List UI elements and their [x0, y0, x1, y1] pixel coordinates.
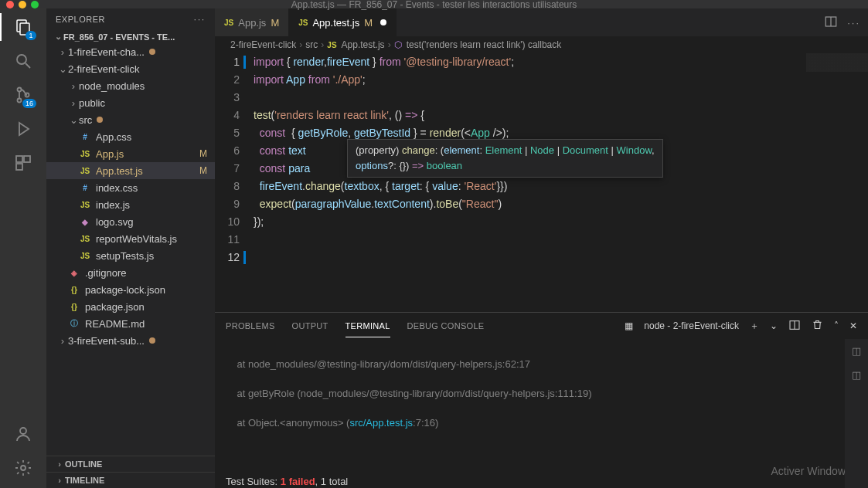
close-icon[interactable]	[6, 1, 14, 8]
close-panel-icon[interactable]: ✕	[849, 320, 857, 331]
cube-icon[interactable]: ◫	[852, 344, 861, 358]
terminal-task-icon: ▦	[625, 320, 633, 331]
chevron-up-icon[interactable]: ˄	[834, 320, 839, 331]
breadcrumb-item[interactable]: App.test.js	[342, 39, 385, 50]
tree-item[interactable]: JSsetupTests.js	[46, 247, 215, 264]
panel-tab[interactable]: TERMINAL	[345, 315, 390, 337]
svg-rect-8	[16, 156, 22, 162]
trash-icon[interactable]	[812, 319, 823, 333]
project-header[interactable]: ⌄FR_856_07 - EVENTS - TE...	[46, 30, 215, 43]
panel-tab[interactable]: PROBLEMS	[226, 315, 275, 337]
breadcrumb[interactable]: 2-fireEvent-click›src›JSApp.test.js›⬡tes…	[215, 36, 868, 53]
search-icon[interactable]	[12, 50, 34, 72]
svg-point-2	[17, 55, 26, 64]
editor-tab[interactable]: JSApp.test.jsM	[289, 8, 397, 36]
tree-item[interactable]: ⌄src	[46, 111, 215, 128]
tree-item[interactable]: ◆logo.svg	[46, 213, 215, 230]
svg-point-5	[18, 99, 22, 103]
svg-rect-9	[24, 156, 30, 162]
svg-point-11	[20, 428, 26, 434]
outline-header[interactable]: ›OUTLINE	[46, 456, 215, 472]
breadcrumb-item[interactable]: 2-fireEvent-click	[230, 39, 296, 50]
code-editor[interactable]: 123456789101112 (property) change: (elem…	[215, 53, 868, 312]
title-text: App.test.js — FR_856_07 - Events - teste…	[291, 0, 577, 10]
tree-item[interactable]: ›1-fireEvent-cha...	[46, 43, 215, 60]
hover-tooltip: (property) change: (element: Element | N…	[347, 139, 663, 178]
tree-item[interactable]: JSApp.jsM	[46, 145, 215, 162]
sidebar-title: EXPLORER	[56, 15, 105, 24]
tree-item[interactable]: ›node_modules	[46, 77, 215, 94]
debug-icon[interactable]	[12, 118, 34, 140]
editor-area: JSApp.jsMJSApp.test.jsM ··· 2-fireEvent-…	[215, 8, 868, 488]
tab-bar: JSApp.jsMJSApp.test.jsM ···	[215, 8, 868, 36]
explorer-badge: 1	[26, 31, 36, 40]
activity-bar: 1 16	[0, 8, 46, 488]
new-terminal-icon[interactable]: ＋	[750, 320, 759, 333]
editor-tab[interactable]: JSApp.jsM	[215, 8, 289, 36]
watermark: Activer Windows	[771, 464, 851, 479]
split-terminal-icon[interactable]	[788, 319, 801, 334]
tree-item[interactable]: {}package.json	[46, 298, 215, 315]
window-controls[interactable]	[6, 1, 39, 8]
breadcrumb-item[interactable]: test('renders learn react link') callbac…	[407, 39, 562, 50]
tree-item[interactable]: ⌄2-fireEvent-click	[46, 60, 215, 77]
timeline-header[interactable]: ›TIMELINE	[46, 472, 215, 488]
tree-item[interactable]: ⓘREADME.md	[46, 315, 215, 332]
terminal-output[interactable]: at node_modules/@testing-library/dom/dis…	[215, 339, 868, 488]
tree-item[interactable]: ›3-fireEvent-sub...	[46, 332, 215, 349]
cube-icon[interactable]: ◫	[852, 368, 861, 382]
svg-marker-7	[19, 123, 29, 135]
panel-tab[interactable]: DEBUG CONSOLE	[407, 315, 485, 337]
source-control-icon[interactable]: 16	[12, 84, 34, 106]
extensions-icon[interactable]	[12, 152, 34, 174]
tree-item[interactable]: ›public	[46, 94, 215, 111]
maximize-icon[interactable]	[31, 1, 39, 8]
svg-line-3	[26, 63, 30, 68]
gear-icon[interactable]	[12, 457, 34, 479]
tree-item[interactable]: #index.css	[46, 179, 215, 196]
tree-item[interactable]: JSindex.js	[46, 196, 215, 213]
tree-item[interactable]: {}package-lock.json	[46, 281, 215, 298]
tree-item[interactable]: JSreportWebVitals.js	[46, 230, 215, 247]
minimize-icon[interactable]	[19, 1, 26, 8]
explorer-icon[interactable]: 1	[12, 16, 34, 38]
svg-point-12	[21, 466, 26, 470]
tree-item[interactable]: JSApp.test.jsM	[46, 162, 215, 179]
panel-tab[interactable]: OUTPUT	[292, 315, 328, 337]
terminal-task[interactable]: node - 2-fireEvent-click	[644, 320, 739, 331]
svg-rect-10	[16, 164, 22, 170]
scm-badge: 16	[22, 99, 36, 108]
tree-item[interactable]: #App.css	[46, 128, 215, 145]
svg-point-4	[18, 88, 22, 92]
sidebar: EXPLORER ··· ⌄FR_856_07 - EVENTS - TE...…	[46, 8, 215, 488]
account-icon[interactable]	[12, 423, 34, 445]
title-bar: App.test.js — FR_856_07 - Events - teste…	[0, 0, 868, 8]
more-icon[interactable]: ···	[847, 17, 860, 29]
panel: PROBLEMSOUTPUTTERMINALDEBUG CONSOLE ▦ no…	[215, 312, 868, 488]
split-editor-icon[interactable]	[824, 15, 838, 31]
breadcrumb-item[interactable]: src	[305, 39, 318, 50]
file-tree[interactable]: ›1-fireEvent-cha...⌄2-fireEvent-click›no…	[46, 43, 215, 456]
minimap[interactable]	[806, 53, 868, 100]
chevron-down-icon[interactable]: ⌄	[770, 320, 778, 331]
more-icon[interactable]: ···	[194, 15, 206, 24]
tree-item[interactable]: ◈.gitignore	[46, 264, 215, 281]
